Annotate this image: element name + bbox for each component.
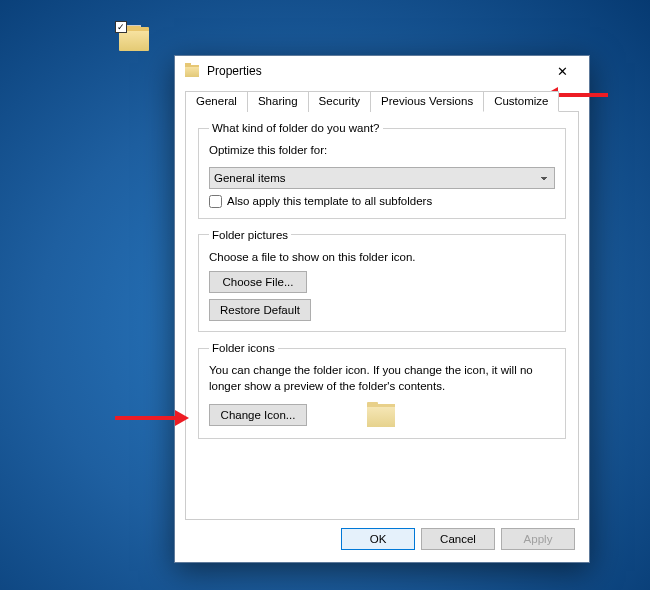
folder-icon: ✓ [119,25,151,51]
customize-panel: What kind of folder do you want? Optimiz… [185,112,579,520]
checkmark-badge-icon: ✓ [115,21,127,33]
apply-subfolders-label: Also apply this template to all subfolde… [227,195,432,207]
folder-icons-desc: You can change the folder icon. If you c… [209,363,555,394]
change-icon-button[interactable]: Change Icon... [209,404,307,426]
group-folder-icons: Folder icons You can change the folder i… [198,342,566,439]
tab-security[interactable]: Security [308,91,372,112]
tab-sharing[interactable]: Sharing [247,91,309,112]
group-folder-kind-legend: What kind of folder do you want? [209,122,383,134]
desktop-folder-icon[interactable]: ✓ [115,25,155,51]
group-folder-pictures-legend: Folder pictures [209,229,291,241]
close-button[interactable]: ✕ [540,57,585,85]
folder-preview-icon [367,402,397,428]
tab-general[interactable]: General [185,91,248,112]
titlebar-folder-icon [185,64,201,78]
folder-pictures-desc: Choose a file to show on this folder ico… [209,250,555,266]
apply-subfolders-checkbox[interactable]: Also apply this template to all subfolde… [209,195,555,208]
annotation-arrow-change-icon [115,416,177,420]
optimize-label: Optimize this folder for: [209,143,555,159]
apply-button[interactable]: Apply [501,528,575,550]
annotation-arrow-customize [556,93,608,97]
group-folder-icons-legend: Folder icons [209,342,278,354]
dialog-button-row: OK Cancel Apply [175,528,589,562]
group-folder-kind: What kind of folder do you want? Optimiz… [198,122,566,219]
group-folder-pictures: Folder pictures Choose a file to show on… [198,229,566,333]
tab-customize[interactable]: Customize [483,91,559,112]
optimize-combobox[interactable]: General items [209,167,555,189]
apply-subfolders-input[interactable] [209,195,222,208]
restore-default-button[interactable]: Restore Default [209,299,311,321]
tab-strip: General Sharing Security Previous Versio… [185,90,579,112]
close-icon: ✕ [557,64,568,79]
dialog-title: Properties [207,64,262,78]
ok-button[interactable]: OK [341,528,415,550]
titlebar[interactable]: Properties ✕ [175,56,589,86]
cancel-button[interactable]: Cancel [421,528,495,550]
choose-file-button[interactable]: Choose File... [209,271,307,293]
tab-previous-versions[interactable]: Previous Versions [370,91,484,112]
properties-dialog: Properties ✕ General Sharing Security Pr… [174,55,590,563]
